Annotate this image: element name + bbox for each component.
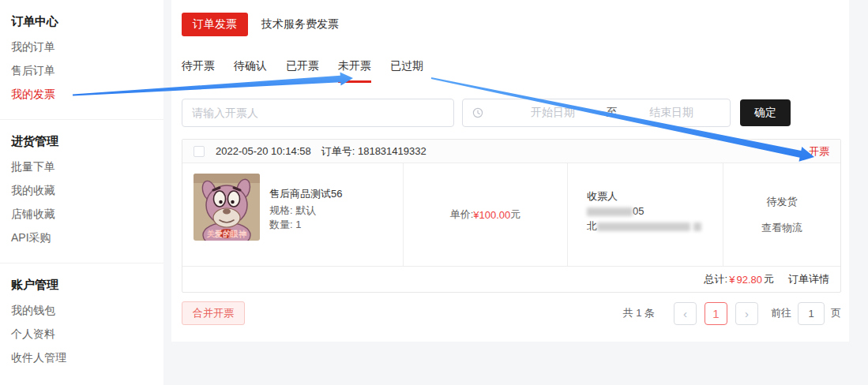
view-logistics-link[interactable]: 查看物流 — [761, 221, 802, 235]
unit-price-amount: 100.00 — [479, 209, 511, 221]
product-meta: 售后商品测试56 规格: 默认 数量: 1 — [269, 174, 342, 266]
end-date-field[interactable]: 结束日期 — [622, 106, 720, 120]
filter-row: 开始日期 至 结束日期 确定 — [182, 99, 841, 127]
invoice-type-row: 订单发票 技术服务费发票 — [182, 13, 841, 36]
sidebar-item-profile[interactable]: 个人资料 — [11, 322, 152, 346]
address-visible-prefix: 北 — [587, 220, 597, 232]
order-checkbox[interactable] — [194, 146, 205, 157]
sidebar-section-purchase: 进货管理 批量下单 我的收藏 店铺收藏 API采购 — [0, 120, 163, 264]
sidebar-item-aftersale-orders[interactable]: 售后订单 — [11, 58, 152, 82]
phone-visible-suffix: 05 — [633, 205, 644, 217]
address-redacted-blur — [597, 222, 690, 231]
start-date-field[interactable]: 开始日期 — [504, 106, 602, 120]
sidebar-section-order-center: 订单中心 我的订单 售后订单 我的发票 — [0, 0, 163, 120]
confirm-button[interactable]: 确定 — [740, 99, 791, 126]
sidebar-item-my-favorites[interactable]: 我的收藏 — [11, 178, 152, 202]
tab-not-invoiced[interactable]: 未开票 — [338, 59, 371, 83]
sidebar-item-my-invoices[interactable]: 我的发票 — [11, 82, 152, 106]
order-datetime: 2022-05-20 10:14:58 — [216, 145, 311, 157]
sidebar-item-shop-favorites[interactable]: 店铺收藏 — [11, 202, 152, 226]
order-card: 2022-05-20 10:14:58 订单号: 181831419332 开票 — [182, 139, 841, 293]
status-cell: 待发货 查看物流 — [723, 163, 840, 266]
product-cell: 关爱的眼神 售后商品测试56 规格: 默认 数量: 1 — [182, 163, 404, 266]
sidebar-section-title: 账户管理 — [11, 275, 152, 294]
sidebar-section-account: 账户管理 我的钱包 个人资料 收件人管理 — [0, 264, 163, 383]
tab-expired[interactable]: 已过期 — [390, 59, 423, 83]
sidebar-item-my-wallet[interactable]: 我的钱包 — [11, 298, 152, 322]
address-redacted-blur-tail — [693, 222, 701, 231]
tab-invoiced[interactable]: 已开票 — [286, 59, 319, 83]
goto-label: 前往 — [771, 306, 791, 320]
tab-pending-confirm[interactable]: 待确认 — [234, 59, 267, 83]
unit-price-currency: ¥ — [473, 209, 479, 221]
order-card-body: 关爱的眼神 售后商品测试56 规格: 默认 数量: 1 单价: ¥ 100.00… — [182, 163, 840, 266]
receiver-cell: 收票人 05 北 — [568, 163, 723, 266]
sidebar-section-title: 订单中心 — [11, 12, 152, 31]
product-quantity: 数量: 1 — [269, 218, 342, 232]
total-amount: 92.80 — [736, 274, 762, 286]
unit-price-label: 单价: — [450, 207, 474, 222]
payee-search-input[interactable] — [182, 99, 454, 127]
receiver-address: 北 — [587, 219, 715, 234]
product-image-caption: 关爱的眼神 — [207, 230, 246, 238]
sidebar: 订单中心 我的订单 售后订单 我的发票 进货管理 批量下单 我的收藏 店铺收藏 … — [0, 0, 163, 385]
total-label: 总计: — [705, 272, 728, 286]
date-range-separator: 至 — [602, 106, 622, 120]
date-range-picker[interactable]: 开始日期 至 结束日期 — [462, 99, 731, 127]
order-detail-link[interactable]: 订单详情 — [788, 272, 829, 286]
product-image[interactable]: 关爱的眼神 — [194, 174, 260, 241]
sidebar-item-my-orders[interactable]: 我的订单 — [11, 35, 152, 58]
order-card-header: 2022-05-20 10:14:58 订单号: 181831419332 开票 — [182, 140, 840, 163]
goto-page-input[interactable] — [798, 302, 825, 325]
goto-unit: 页 — [831, 306, 841, 320]
product-name[interactable]: 售后商品测试56 — [269, 187, 342, 201]
clock-icon — [472, 107, 483, 118]
page-1-button[interactable]: 1 — [705, 302, 727, 325]
receiver-title: 收票人 — [587, 189, 715, 204]
next-page-button[interactable]: › — [735, 302, 758, 325]
total-currency: ¥ — [729, 274, 735, 286]
receiver-phone: 05 — [587, 204, 715, 219]
prev-page-button[interactable]: ‹ — [674, 302, 697, 325]
sidebar-section-title: 进货管理 — [11, 132, 152, 151]
order-total-row: 总计: ¥ 92.80 元 订单详情 — [182, 266, 840, 292]
chevron-right-icon: › — [745, 307, 749, 320]
phone-redacted-blur — [587, 207, 633, 216]
tech-service-invoice-button[interactable]: 技术服务费发票 — [261, 17, 339, 32]
tab-pending-invoice[interactable]: 待开票 — [182, 59, 215, 83]
product-spec: 规格: 默认 — [269, 204, 342, 218]
sidebar-item-bulk-order[interactable]: 批量下单 — [11, 155, 152, 178]
merge-invoice-button[interactable]: 合并开票 — [182, 301, 245, 325]
invoice-status-tabs: 待开票 待确认 已开票 未开票 已过期 — [182, 59, 841, 83]
unit-price-cell: 单价: ¥ 100.00 元 — [404, 163, 568, 266]
sidebar-item-recipient-management[interactable]: 收件人管理 — [11, 346, 152, 369]
invoice-panel: 订单发票 技术服务费发票 待开票 待确认 已开票 未开票 已过期 开始日期 至 … — [171, 0, 849, 342]
chevron-left-icon: ‹ — [683, 307, 687, 320]
order-status: 待发货 — [767, 195, 798, 209]
order-number: 订单号: 181831419332 — [321, 144, 426, 159]
total-unit: 元 — [764, 272, 774, 286]
sidebar-item-api-purchase[interactable]: API采购 — [11, 226, 152, 249]
create-invoice-link[interactable]: 开票 — [809, 144, 829, 159]
order-invoice-button[interactable]: 订单发票 — [182, 13, 248, 36]
pagination-total: 共 1 条 — [623, 306, 655, 320]
pagination: 共 1 条 ‹ 1 › 前往 页 — [623, 302, 841, 325]
panel-footer: 合并开票 共 1 条 ‹ 1 › 前往 页 — [182, 301, 841, 325]
unit-price-unit: 元 — [510, 207, 520, 222]
